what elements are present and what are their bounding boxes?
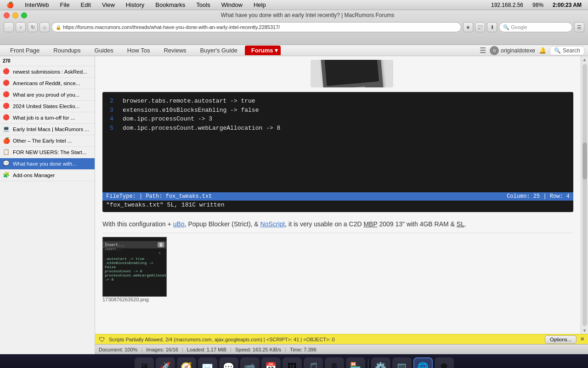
hamburger-icon[interactable]: ☰ bbox=[480, 46, 486, 55]
post-text-mid1: , Popup Blocker (Strict), & bbox=[185, 220, 260, 228]
thumbnail-insert-bar: Insert... 🗑 bbox=[103, 241, 166, 248]
nav-tab-buyersguide[interactable]: Buyer's Guide bbox=[194, 46, 244, 55]
sidebar-item-other-intel[interactable]: 🍎 Other – The Early Intel ... bbox=[0, 135, 95, 147]
download-button[interactable]: ⬇ bbox=[487, 22, 497, 32]
menu-help[interactable]: Help bbox=[251, 0, 269, 9]
post-abbr-mbp[interactable]: MBP bbox=[363, 220, 377, 228]
menu-file[interactable]: File bbox=[57, 0, 73, 9]
bookmark-button[interactable]: ★ bbox=[463, 22, 473, 32]
dock-podcasts[interactable]: 🎙 bbox=[325, 357, 344, 368]
dock-appstore[interactable]: 🏪 bbox=[346, 357, 365, 368]
post-text: With this configuration + uBo, Popup Blo… bbox=[95, 216, 581, 233]
scroll-track[interactable] bbox=[582, 64, 587, 326]
nav-tab-reviews[interactable]: Reviews bbox=[157, 46, 192, 55]
main-layout: 270 🔴 newest submissions : AskRed... 🔴 A… bbox=[0, 56, 588, 354]
dock-interweb[interactable]: 🌐 bbox=[413, 357, 433, 368]
post-link-ubo[interactable]: uBo bbox=[173, 220, 185, 228]
reader-button[interactable]: 📰 bbox=[475, 22, 485, 32]
search-box[interactable]: 🔍 Google bbox=[499, 22, 572, 32]
scroll-up-arrow[interactable]: ▲ bbox=[582, 56, 588, 63]
nav-tab-forums[interactable]: Forums ▾ bbox=[245, 46, 281, 55]
sidebar-item-label-3: What are you proud of you... bbox=[13, 92, 79, 98]
post-link-noscript[interactable]: NoScript bbox=[260, 220, 285, 228]
menu-edit[interactable]: Edit bbox=[78, 0, 93, 9]
notification-bell[interactable]: 🔔 bbox=[539, 47, 546, 54]
post-inner[interactable]: 2 browser.tabs.remote.autostart -> true … bbox=[95, 56, 581, 334]
dock-launchpad[interactable]: 🚀 bbox=[156, 357, 175, 368]
thumbnail-filename: 1730876263520.png bbox=[102, 297, 573, 302]
minimize-button[interactable] bbox=[12, 12, 18, 18]
dock-facetime[interactable]: 📹 bbox=[240, 357, 260, 368]
menu-history[interactable]: History bbox=[123, 0, 147, 9]
dock-calendar[interactable]: 📅 bbox=[261, 357, 281, 368]
sidebar-badge-row: 270 bbox=[0, 56, 95, 66]
sidebar-item-ask-reddit[interactable]: 🔴 newest submissions : AskRed... bbox=[0, 66, 95, 78]
code-content-1: browser.tabs.remote.autostart -> true bbox=[123, 97, 255, 106]
url-bar[interactable]: 🔒 https://forums.macrumors.com/threads/w… bbox=[51, 22, 461, 32]
menu-view[interactable]: View bbox=[99, 0, 118, 9]
right-scrollbar[interactable]: ▲ ▼ bbox=[581, 56, 588, 334]
forward-button[interactable]: › bbox=[16, 22, 26, 32]
sidebar-item-label-5: What job is a turn-off for ... bbox=[13, 115, 75, 121]
dock-settings[interactable]: ⚙️ bbox=[371, 357, 390, 368]
code-status-right: Column: 25 | Row: 4 bbox=[507, 193, 570, 200]
sidebar-item-new-users[interactable]: 📋 FOR NEW USERS: The Start... bbox=[0, 147, 95, 158]
sidebar-item-proud[interactable]: 🔴 What are you proud of you... bbox=[0, 89, 95, 101]
user-menu[interactable]: o originaldotexe bbox=[490, 46, 535, 55]
sep-1: | bbox=[141, 347, 142, 352]
code-line-3: 4 dom.ipc.processCount -> 3 bbox=[110, 115, 566, 124]
app-menu-interweb[interactable]: InterWeb bbox=[22, 0, 52, 9]
ip-address: 192.168.2.56 bbox=[488, 1, 526, 9]
dock-safari[interactable]: 🧭 bbox=[177, 357, 196, 368]
post-abbr-sl[interactable]: SL bbox=[457, 220, 464, 228]
code-block-container: 2 browser.tabs.remote.autostart -> true … bbox=[102, 92, 573, 212]
nav-tab-howtos[interactable]: How Tos bbox=[121, 46, 157, 55]
sidebar-item-early-intel[interactable]: 💻 Early Intel Macs | MacRumors ... bbox=[0, 124, 95, 135]
status-close-button[interactable]: ✕ bbox=[580, 336, 584, 342]
dock-music[interactable]: 🎵 bbox=[304, 357, 323, 368]
sidebar-item-job[interactable]: 🔴 What job is a turn-off for ... bbox=[0, 112, 95, 124]
reload-button[interactable]: ↻ bbox=[28, 22, 38, 32]
options-button[interactable]: Options... bbox=[545, 335, 577, 344]
dock-mail[interactable]: ✉️ bbox=[198, 357, 217, 368]
menu-bookmarks[interactable]: Bookmarks bbox=[153, 0, 188, 9]
sidebar: 270 🔴 newest submissions : AskRed... 🔴 A… bbox=[0, 56, 95, 354]
menu-window[interactable]: Window bbox=[219, 0, 245, 9]
scroll-thumb[interactable] bbox=[582, 143, 587, 179]
dock-terminal[interactable]: 💻 bbox=[392, 357, 412, 368]
maximize-button[interactable] bbox=[21, 12, 27, 18]
time-info: Time: 7.396 bbox=[290, 347, 317, 352]
nav-tab-roundups[interactable]: Roundups bbox=[47, 46, 87, 55]
line-number-3: 3 bbox=[110, 106, 119, 115]
sidebar-item-election[interactable]: 🔴 2024 United States Electio... bbox=[0, 101, 95, 112]
scroll-down-arrow[interactable]: ▼ bbox=[582, 327, 588, 334]
dock-photos[interactable]: 🖼 bbox=[283, 357, 302, 368]
sidebar-item-label-9: What have you done with... bbox=[13, 161, 77, 167]
sidebar-item-what-have[interactable]: 💬 What have you done with... bbox=[0, 158, 95, 170]
sidebar-item-americans[interactable]: 🔴 Americans of Reddit, since... bbox=[0, 78, 95, 89]
dock-finder[interactable]: 🖥 bbox=[135, 357, 154, 368]
username: originaldotexe bbox=[501, 47, 535, 54]
nav-tab-frontpage[interactable]: Front Page bbox=[4, 46, 46, 55]
sidebar-item-addons[interactable]: 🧩 Add-ons Manager bbox=[0, 170, 95, 181]
thumbnail-delete-button[interactable]: 🗑 bbox=[158, 242, 164, 247]
post-text-before: With this configuration + bbox=[102, 220, 173, 228]
sidebar-toggle-button[interactable]: ☰ bbox=[574, 22, 584, 32]
menu-tools[interactable]: Tools bbox=[193, 0, 213, 9]
dock-messages[interactable]: 💬 bbox=[219, 357, 238, 368]
browser-chrome: What have you done with an early Intel r… bbox=[0, 10, 588, 45]
nav-right: ☰ o originaldotexe 🔔 🔍 Search bbox=[480, 46, 584, 55]
close-button[interactable] bbox=[4, 12, 10, 18]
addon-icon: 🧩 bbox=[3, 172, 10, 179]
line-number-5: 5 bbox=[110, 124, 119, 133]
search-button[interactable]: 🔍 Search bbox=[550, 46, 584, 55]
home-button[interactable]: ⌂ bbox=[40, 22, 50, 32]
back-button[interactable]: ‹ bbox=[4, 22, 14, 32]
macrumors-icon: 💻 bbox=[3, 126, 10, 133]
thumbnail-image[interactable]: Insert... 🗑 Insert... ✕ .autostart -> tr… bbox=[102, 237, 167, 297]
nav-tab-guides[interactable]: Guides bbox=[88, 46, 120, 55]
reddit-icon: 🔴 bbox=[3, 68, 10, 75]
apple-menu[interactable]: 🍎 bbox=[4, 0, 17, 9]
sidebar-item-label-8: FOR NEW USERS: The Start... bbox=[13, 150, 86, 155]
dock-trash[interactable]: 🗑 bbox=[435, 357, 454, 368]
